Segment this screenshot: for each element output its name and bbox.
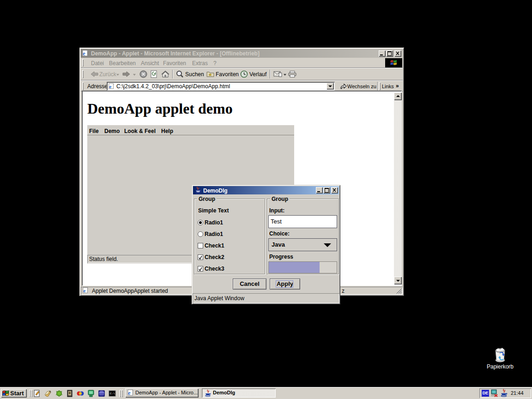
svg-text:e: e xyxy=(128,390,131,396)
svg-text:e: e xyxy=(83,50,85,57)
svg-text:e: e xyxy=(109,84,111,89)
svg-text:e: e xyxy=(83,288,85,293)
svg-text:C:\: C:\ xyxy=(110,392,115,395)
